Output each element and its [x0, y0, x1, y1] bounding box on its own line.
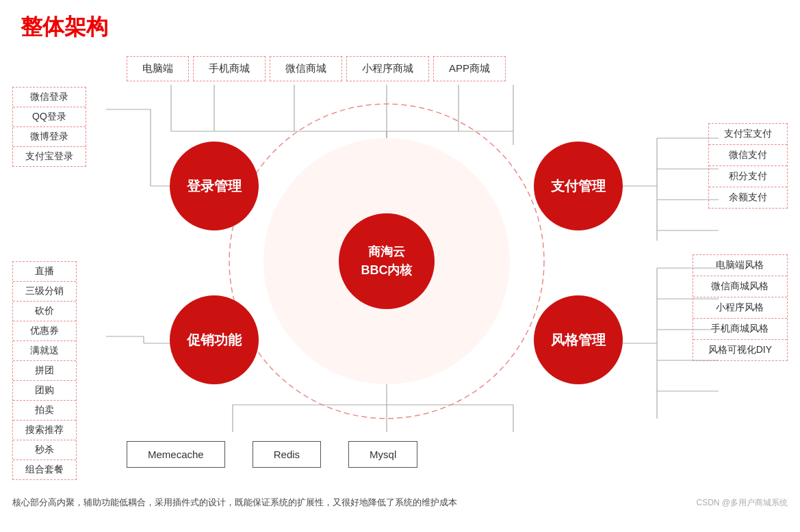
top-row: 电脑端 手机商城 微信商城 小程序商城 APP商城: [127, 56, 510, 81]
left-item-qq-login: QQ登录: [13, 107, 86, 127]
top-item-pc: 电脑端: [127, 56, 189, 81]
promo-circle-label: 促销功能: [187, 331, 242, 349]
payment-circle-label: 支付管理: [551, 177, 606, 196]
watermark: CSDN @多用户商城系统: [696, 497, 788, 509]
left-item-search: 搜索推荐: [13, 421, 76, 440]
style-circle-label: 风格管理: [551, 331, 606, 349]
top-item-app: APP商城: [433, 56, 506, 81]
promo-circle: 促销功能: [170, 295, 259, 384]
left-item-live: 直播: [13, 262, 76, 282]
right-points: 积分支付: [709, 166, 787, 187]
left-item-combo: 组合套餐: [13, 460, 76, 479]
top-item-wechat: 微信商城: [270, 56, 342, 81]
footer-text: 核心部分高内聚，辅助功能低耦合，采用插件式的设计，既能保证系统的扩展性，又很好地…: [12, 496, 457, 509]
left-item-bargain: 砍价: [13, 302, 76, 321]
left-item-weibo-login: 微博登录: [13, 127, 86, 147]
right-wechat-style: 微信商城风格: [693, 276, 787, 297]
left-item-coupon: 优惠券: [13, 321, 76, 341]
bottom-memcache: Memecache: [127, 441, 225, 468]
login-circle-label: 登录管理: [187, 177, 242, 196]
left-item-flash: 秒杀: [13, 440, 76, 460]
bottom-mysql: Mysql: [348, 441, 417, 468]
left-item-tuangou: 团购: [13, 381, 76, 401]
left-item-3level: 三级分销: [13, 282, 76, 302]
right-pc-style: 电脑端风格: [693, 255, 787, 276]
right-mini-style: 小程序风格: [693, 297, 787, 319]
top-item-miniprogram: 小程序商城: [346, 56, 429, 81]
left-item-paizhai: 拍卖: [13, 401, 76, 421]
left-item-alipay-login: 支付宝登录: [13, 147, 86, 166]
style-circle: 风格管理: [534, 295, 623, 384]
bottom-redis: Redis: [253, 441, 321, 468]
right-diy-style: 风格可视化DIY: [693, 340, 787, 360]
payment-circle: 支付管理: [534, 142, 623, 230]
right-mobile-style: 手机商城风格: [693, 319, 787, 340]
bottom-row: Memecache Redis Mysql: [127, 441, 417, 468]
left-item-wechat-login: 微信登录: [13, 88, 86, 107]
login-circle: 登录管理: [170, 142, 259, 230]
left-item-manjusong: 满就送: [13, 341, 76, 361]
right-wechatpay: 微信支付: [709, 145, 787, 166]
left-promo-group: 直播 三级分销 砍价 优惠券 满就送 拼团 团购 拍卖 搜索推荐 秒杀 组合套餐: [12, 261, 77, 480]
left-item-pintuan: 拼团: [13, 361, 76, 381]
left-login-group: 微信登录 QQ登录 微博登录 支付宝登录: [12, 87, 86, 167]
right-style-group: 电脑端风格 微信商城风格 小程序风格 手机商城风格 风格可视化DIY: [693, 254, 788, 361]
core-top-label: 订单主核心模块: [0, 193, 800, 205]
page-title: 整体架构: [0, 0, 800, 49]
core-circle: 商淘云 BBC内核: [339, 213, 435, 309]
top-item-mobile: 手机商城: [193, 56, 266, 81]
right-alipay: 支付宝支付: [709, 124, 787, 145]
core-circle-label: 商淘云 BBC内核: [361, 243, 413, 280]
